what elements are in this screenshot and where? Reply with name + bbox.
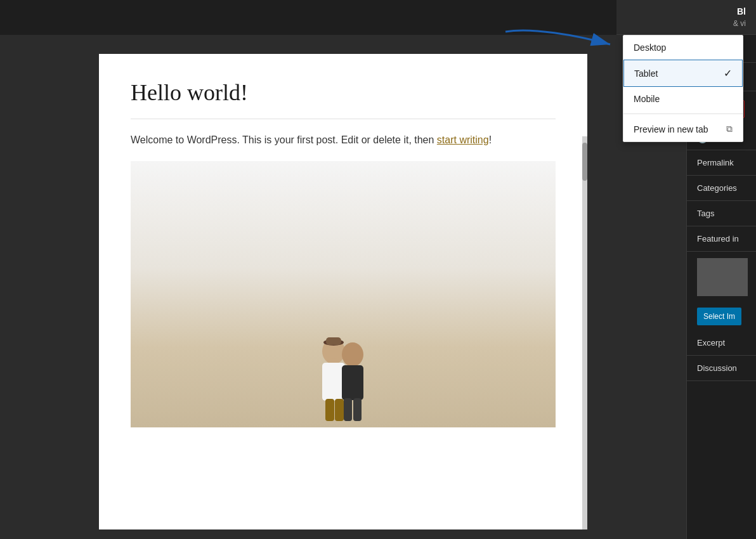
svg-rect-11	[344, 398, 352, 421]
desktop-label: Desktop	[634, 42, 666, 53]
mobile-option[interactable]: Mobile	[623, 87, 743, 111]
permalink-label[interactable]: Permalink	[687, 150, 756, 176]
post-featured-image	[131, 161, 556, 427]
preview-area: Hello world! Welcome to WordPress. This …	[0, 35, 686, 539]
mobile-label: Mobile	[634, 94, 660, 104]
post-divider	[131, 119, 556, 119]
post-content: Welcome to WordPress. This is your first…	[131, 132, 556, 148]
svg-rect-12	[353, 398, 362, 421]
post-content-text: Welcome to WordPress. This is your first…	[131, 134, 437, 145]
featured-image-label[interactable]: Featured in	[687, 226, 756, 252]
post-preview: Hello world! Welcome to WordPress. This …	[99, 54, 587, 529]
visibility-text: & vi	[733, 19, 746, 28]
start-writing-link[interactable]: start writing	[437, 134, 489, 145]
categories-label[interactable]: Categories	[687, 176, 756, 201]
excerpt-label[interactable]: Excerpt	[687, 330, 756, 356]
svg-rect-7	[342, 365, 363, 400]
post-title: Hello world!	[131, 79, 556, 106]
tablet-label: Tablet	[634, 68, 658, 79]
tags-label[interactable]: Tags	[687, 201, 756, 226]
desktop-option[interactable]: Desktop	[623, 36, 743, 60]
dropdown-divider	[623, 114, 743, 114]
discussion-label[interactable]: Discussion	[687, 356, 756, 381]
preview-new-tab-label: Preview in new tab	[634, 124, 708, 134]
tablet-check-icon: ✓	[724, 67, 732, 79]
preview-new-tab-option[interactable]: Preview in new tab ⧉	[623, 117, 743, 141]
top-bar: Bl & vi	[616, 0, 756, 35]
svg-rect-9	[325, 399, 334, 421]
svg-rect-5	[326, 337, 341, 345]
external-link-icon: ⧉	[726, 124, 733, 134]
svg-rect-10	[335, 399, 344, 421]
svg-rect-2	[322, 363, 345, 401]
select-image-button[interactable]: Select Im	[697, 308, 741, 325]
scrollbar-thumb[interactable]	[582, 143, 587, 181]
svg-point-8	[344, 345, 361, 361]
silhouette-svg	[280, 301, 407, 427]
block-label: Bl	[733, 6, 746, 16]
preview-dropdown: Desktop Tablet ✓ Mobile Preview in new t…	[623, 35, 743, 142]
featured-image-thumbnail	[697, 258, 748, 296]
scrollbar[interactable]	[582, 136, 587, 529]
tablet-option[interactable]: Tablet ✓	[623, 60, 743, 87]
